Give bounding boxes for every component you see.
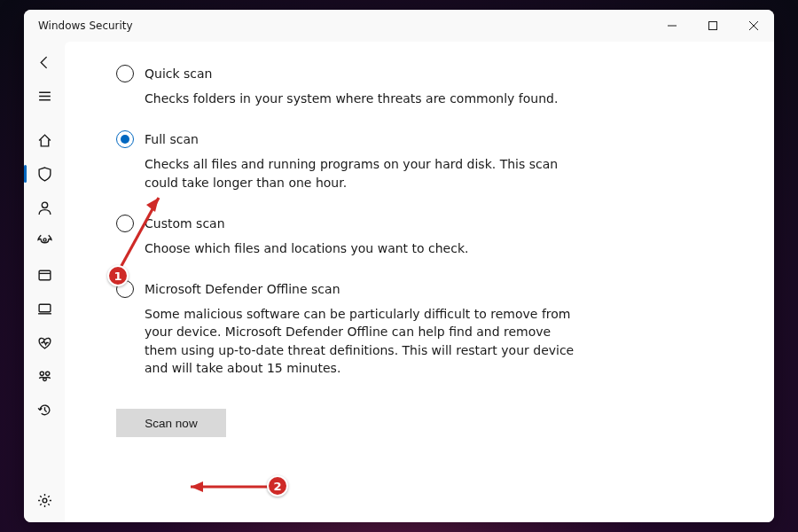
option-quick: Quick scan Checks folders in your system… [116, 65, 577, 107]
nav-firewall[interactable] [24, 224, 65, 258]
window-title: Windows Security [38, 20, 133, 32]
maximize-icon [708, 21, 717, 30]
device-icon [37, 301, 52, 317]
titlebar: Windows Security [24, 10, 774, 42]
minimize-button[interactable] [652, 10, 692, 42]
svg-rect-9 [39, 270, 51, 280]
option-desc: Choose which files and locations you wan… [145, 239, 577, 257]
annotation-badge-2: 2 [267, 475, 288, 497]
nav-family[interactable] [24, 359, 65, 393]
nav-app-browser[interactable] [24, 258, 65, 292]
family-icon [37, 369, 52, 384]
nav-history[interactable] [24, 393, 65, 426]
history-icon [37, 403, 52, 418]
option-title: Custom scan [145, 216, 225, 231]
radio-full[interactable] [116, 130, 134, 148]
back-icon [37, 55, 52, 70]
content-area[interactable]: Quick scan Checks folders in your system… [65, 42, 774, 522]
svg-rect-1 [709, 22, 717, 30]
svg-rect-11 [39, 304, 51, 312]
nav-home[interactable] [24, 123, 65, 157]
minimize-icon [668, 21, 677, 30]
svg-point-14 [45, 372, 49, 375]
svg-point-7 [42, 202, 47, 207]
annotation-arrow-2 [180, 478, 278, 496]
close-icon [749, 21, 758, 30]
sidebar [24, 42, 65, 522]
svg-marker-18 [146, 198, 159, 212]
gear-icon [37, 493, 52, 508]
heart-icon [37, 335, 52, 350]
option-custom: Custom scan Choose which files and locat… [116, 215, 577, 257]
scan-now-button[interactable]: Scan now [116, 409, 226, 437]
nav-protection[interactable] [24, 157, 65, 191]
svg-point-16 [43, 498, 47, 503]
nav-settings[interactable] [24, 483, 65, 517]
menu-icon [37, 89, 52, 104]
option-title: Full scan [145, 132, 199, 146]
radio-custom[interactable] [116, 215, 134, 232]
maximize-button[interactable] [692, 10, 733, 42]
nav-account[interactable] [24, 191, 65, 224]
svg-point-8 [43, 238, 45, 240]
shield-icon [37, 167, 52, 182]
nav-device-security[interactable] [24, 292, 65, 325]
option-full: Full scan Checks all files and running p… [116, 130, 577, 192]
window-body: Quick scan Checks folders in your system… [24, 42, 774, 522]
option-title: Microsoft Defender Offline scan [145, 282, 340, 296]
radio-offline[interactable] [116, 280, 134, 298]
app-browser-icon [37, 268, 52, 283]
app-window: Windows Security [24, 10, 774, 522]
option-desc: Some malicious software can be particula… [145, 305, 577, 377]
firewall-icon [37, 232, 52, 251]
svg-marker-20 [191, 481, 203, 492]
option-offline: Microsoft Defender Offline scan Some mal… [116, 280, 577, 377]
window-buttons [652, 10, 774, 42]
radio-quick[interactable] [116, 65, 134, 82]
close-button[interactable] [733, 10, 774, 42]
option-title: Quick scan [145, 66, 212, 81]
home-icon [37, 133, 52, 148]
nav-back[interactable] [24, 45, 65, 79]
nav-performance[interactable] [24, 325, 65, 359]
option-desc: Checks all files and running programs on… [145, 155, 577, 192]
svg-point-13 [40, 372, 43, 375]
option-desc: Checks folders in your system where thre… [145, 90, 577, 107]
nav-menu[interactable] [24, 79, 65, 113]
account-icon [37, 200, 52, 215]
